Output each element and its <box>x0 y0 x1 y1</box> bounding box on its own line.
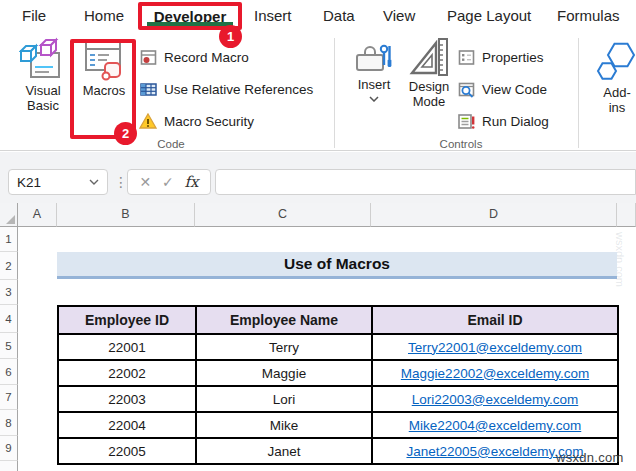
macro-security-button[interactable]: Macro Security <box>139 110 254 132</box>
view-code-icon <box>458 81 475 98</box>
table-row: 22003 Lori Lori22003@exceldemy.com <box>58 386 618 412</box>
row-header-6[interactable]: 6 <box>0 359 18 385</box>
header-email-id[interactable]: Email ID <box>372 306 618 334</box>
use-relative-references-button[interactable]: Use Relative References <box>140 78 313 100</box>
table-row: 22004 Mike Mike22004@exceldemy.com <box>58 412 618 438</box>
properties-button[interactable]: Properties <box>458 46 544 68</box>
row-header-2[interactable]: 2 <box>0 252 18 280</box>
tab-home[interactable]: Home <box>84 7 124 24</box>
email-link[interactable]: Lori22003@exceldemy.com <box>412 392 579 407</box>
callout-step-2: 2 <box>114 122 137 145</box>
formula-bar-strip: K21 ⋮ ✕ ✓ fx <box>0 152 636 203</box>
tab-view[interactable]: View <box>383 7 415 24</box>
employee-name-cell[interactable]: Mike <box>196 412 372 438</box>
tab-file[interactable]: File <box>22 7 46 24</box>
formula-input[interactable] <box>215 169 636 195</box>
header-employee-name[interactable]: Employee Name <box>196 306 372 334</box>
select-all-button[interactable] <box>0 203 18 227</box>
macro-security-icon <box>139 113 157 130</box>
formula-buttons: ✕ ✓ fx <box>127 169 211 195</box>
name-box-value: K21 <box>17 175 41 190</box>
row-header-4[interactable]: 4 <box>0 305 18 333</box>
callout-step-1: 1 <box>219 25 242 48</box>
table-row: 22005 Janet Janet22005@exceldemy.com <box>58 438 618 464</box>
controls-group-label: Controls <box>345 138 577 150</box>
column-header-a[interactable]: A <box>18 203 57 227</box>
use-relative-references-label: Use Relative References <box>164 82 313 97</box>
employee-table: Employee ID Employee Name Email ID 22001… <box>57 305 619 465</box>
visual-basic-button[interactable]: Visual Basic <box>12 37 74 113</box>
macro-security-label: Macro Security <box>164 114 254 129</box>
row-header-1[interactable]: 1 <box>0 227 18 252</box>
sheet-title-banner[interactable]: Use of Macros <box>57 252 617 279</box>
run-dialog-icon <box>458 113 475 130</box>
excel-window: File Home Developer Insert Data View Pag… <box>0 0 636 471</box>
insert-controls-button[interactable]: Insert <box>348 41 400 102</box>
active-tab-underline <box>147 22 233 26</box>
tab-insert[interactable]: Insert <box>254 7 292 24</box>
employee-id-cell[interactable]: 22005 <box>58 438 196 464</box>
design-mode-icon <box>408 37 450 79</box>
group-separator <box>334 38 335 148</box>
ribbon-developer: Visual Basic Macros 2 <box>0 33 636 151</box>
employee-id-cell[interactable]: 22003 <box>58 386 196 412</box>
view-code-button[interactable]: View Code <box>458 78 547 100</box>
table-header-row: Employee ID Employee Name Email ID <box>58 306 618 334</box>
view-code-label: View Code <box>482 82 547 97</box>
table-row: 22002 Maggie Maggie22002@exceldemy.com <box>58 360 618 386</box>
column-header-b[interactable]: B <box>57 203 195 227</box>
tab-data[interactable]: Data <box>323 7 355 24</box>
record-macro-label: Record Macro <box>164 50 249 65</box>
employee-id-cell[interactable]: 22002 <box>58 360 196 386</box>
chevron-down-icon[interactable] <box>89 179 99 185</box>
employee-name-cell[interactable]: Terry <box>196 334 372 360</box>
visual-basic-icon <box>19 37 67 83</box>
email-link[interactable]: Terry22001@exceldemy.com <box>408 340 582 355</box>
employee-name-cell[interactable]: Janet <box>196 438 372 464</box>
run-dialog-button[interactable]: Run Dialog <box>458 110 549 132</box>
watermark: wsxdn.com <box>556 450 624 465</box>
email-link[interactable]: Mike22004@exceldemy.com <box>409 418 582 433</box>
tab-formulas[interactable]: Formulas <box>557 7 620 24</box>
row-header-7[interactable]: 7 <box>0 385 18 410</box>
column-header-d[interactable]: D <box>371 203 617 227</box>
row-header-partial[interactable] <box>0 461 18 471</box>
add-ins-button[interactable]: Add- ins <box>594 39 636 115</box>
record-macro-icon <box>140 49 157 66</box>
run-dialog-label: Run Dialog <box>482 114 549 129</box>
design-mode-label-2: Mode <box>413 94 446 109</box>
table-row: 22001 Terry Terry22001@exceldemy.com <box>58 334 618 360</box>
employee-id-cell[interactable]: 22001 <box>58 334 196 360</box>
relative-references-icon <box>140 81 157 98</box>
formula-bar-separator: ⋮ <box>114 169 128 195</box>
record-macro-button[interactable]: Record Macro <box>140 46 249 68</box>
employee-name-cell[interactable]: Maggie <box>196 360 372 386</box>
row-header-3[interactable]: 3 <box>0 280 18 305</box>
add-ins-label-2: ins <box>609 100 626 115</box>
properties-icon <box>458 49 475 66</box>
row-header-5[interactable]: 5 <box>0 333 18 359</box>
row-header-9[interactable]: 9 <box>0 436 18 461</box>
enter-icon[interactable]: ✓ <box>162 174 174 190</box>
insert-function-icon[interactable]: fx <box>185 173 199 191</box>
chevron-down-icon[interactable] <box>369 96 379 102</box>
email-link[interactable]: Maggie22002@exceldemy.com <box>401 366 589 381</box>
employee-id-cell[interactable]: 22004 <box>58 412 196 438</box>
name-box[interactable]: K21 <box>8 169 108 195</box>
column-header-partial[interactable] <box>617 203 636 227</box>
select-all-triangle-icon <box>6 215 15 224</box>
design-mode-button[interactable]: Design Mode <box>402 37 456 109</box>
ribbon-tab-bar: File Home Developer Insert Data View Pag… <box>0 0 636 33</box>
row-header-8[interactable]: 8 <box>0 410 18 436</box>
tab-page-layout[interactable]: Page Layout <box>447 7 531 24</box>
employee-name-cell[interactable]: Lori <box>196 386 372 412</box>
add-ins-icon <box>596 39 636 85</box>
add-ins-label-1: Add- <box>603 85 630 100</box>
group-separator <box>578 38 579 148</box>
properties-label: Properties <box>482 50 544 65</box>
visual-basic-label-2: Basic <box>27 98 59 113</box>
column-header-c[interactable]: C <box>195 203 371 227</box>
header-employee-id[interactable]: Employee ID <box>58 306 196 334</box>
code-group-label: Code <box>8 138 334 150</box>
cancel-icon[interactable]: ✕ <box>139 174 151 190</box>
